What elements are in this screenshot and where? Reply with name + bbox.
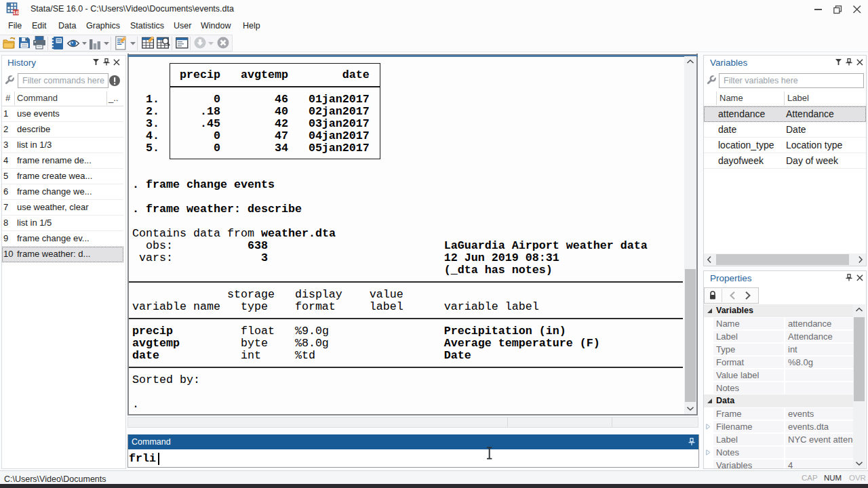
svg-text:16: 16 <box>13 9 19 16</box>
